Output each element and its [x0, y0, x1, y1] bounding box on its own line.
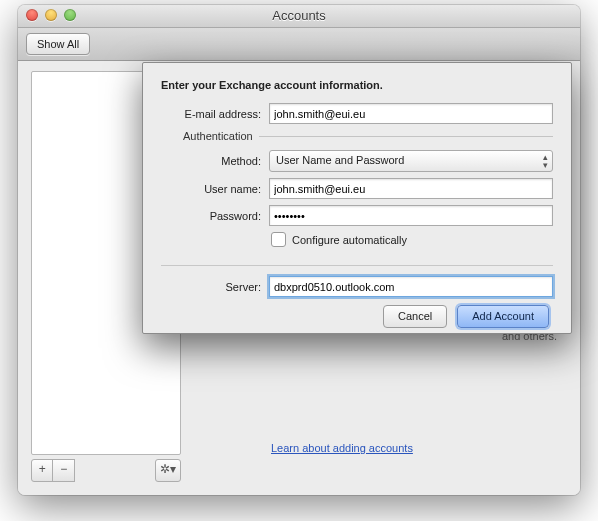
- method-select[interactable]: User Name and Password ▴▾: [269, 150, 553, 172]
- username-label: User name:: [177, 183, 261, 195]
- auth-section-label: Authentication: [177, 130, 259, 142]
- method-label: Method:: [177, 155, 261, 167]
- configure-auto-label: Configure automatically: [292, 234, 407, 246]
- minimize-icon[interactable]: [45, 9, 57, 21]
- zoom-icon[interactable]: [64, 9, 76, 21]
- close-icon[interactable]: [26, 9, 38, 21]
- toolbar: Show All: [18, 28, 580, 61]
- sheet-title: Enter your Exchange account information.: [161, 79, 553, 91]
- server-label: Server:: [161, 281, 261, 293]
- exchange-sheet: Enter your Exchange account information.…: [142, 62, 572, 334]
- add-account-button[interactable]: +: [31, 459, 53, 482]
- accounts-actions-button[interactable]: ✲▾: [155, 459, 181, 482]
- email-label: E-mail address:: [161, 108, 261, 120]
- remove-account-button[interactable]: −: [52, 459, 74, 482]
- divider: [161, 265, 553, 266]
- server-field[interactable]: [269, 276, 553, 297]
- learn-link[interactable]: Learn about adding accounts: [271, 442, 413, 454]
- titlebar: Accounts: [18, 5, 580, 28]
- configure-auto-checkbox[interactable]: [271, 232, 286, 247]
- password-label: Password:: [177, 210, 261, 222]
- cancel-button[interactable]: Cancel: [383, 305, 447, 328]
- password-field[interactable]: [269, 205, 553, 226]
- accounts-list-footer: + − ✲▾: [31, 459, 181, 480]
- gear-icon: ✲▾: [160, 462, 176, 476]
- username-field[interactable]: [269, 178, 553, 199]
- method-selected-value: User Name and Password: [276, 154, 404, 166]
- auth-section: Authentication Method: User Name and Pas…: [177, 130, 553, 257]
- email-row: E-mail address:: [161, 103, 553, 124]
- chevron-updown-icon: ▴▾: [543, 153, 548, 169]
- add-account-button-sheet[interactable]: Add Account: [457, 305, 549, 328]
- email-field[interactable]: [269, 103, 553, 124]
- show-all-button[interactable]: Show All: [26, 33, 90, 55]
- window-title: Accounts: [272, 8, 325, 23]
